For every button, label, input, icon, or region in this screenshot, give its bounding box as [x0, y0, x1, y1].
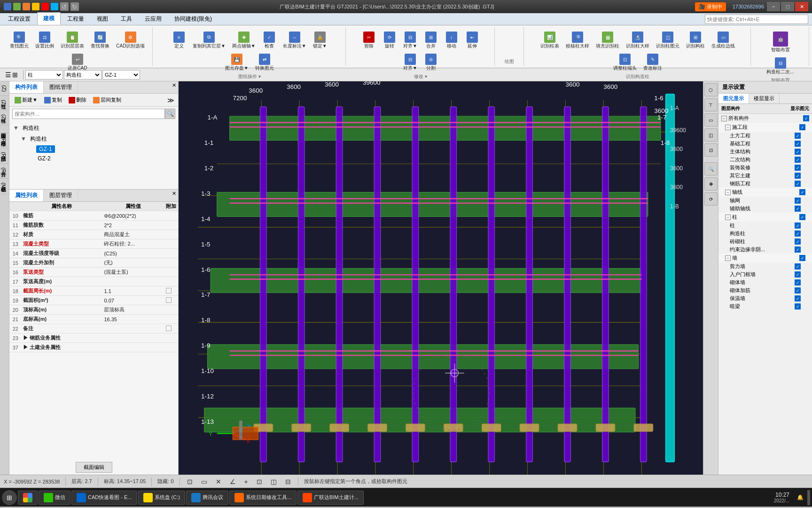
vtab-z[interactable]: (Z) — [0, 81, 9, 96]
attr-row[interactable]: 15 混凝土外加剂 (无) — [9, 258, 178, 268]
btn-floor-copy[interactable]: 层间复制 — [91, 95, 124, 105]
btn-new-component[interactable]: 新建▼ — [12, 95, 40, 105]
btn-copy-to-floor[interactable]: ⧉复制到其它层▼ — [190, 30, 228, 50]
attr-row[interactable]: 11 箍筋肢数 2*2 — [9, 221, 178, 230]
btn-align2[interactable]: ⊟对齐▼ — [401, 52, 420, 72]
vtab-edge[interactable]: 边缘非阴 — [0, 125, 9, 133]
vtab-foundation[interactable]: 板基础(M) — [0, 179, 9, 195]
btn-identify-layer[interactable]: 📋识别层层表 — [58, 30, 86, 50]
item-checkbox[interactable]: ✓ — [795, 141, 801, 147]
btn-identify-col-element[interactable]: ◫识别柱图元 — [654, 30, 682, 50]
tab-modeling[interactable]: 建模 — [37, 12, 61, 25]
btn-find-replace[interactable]: 🔄查找替换 — [88, 30, 112, 50]
item-checkbox[interactable]: ✓ — [795, 149, 801, 155]
btn-identify-col-table[interactable]: 📊识别柱表 — [538, 30, 562, 50]
btn-merge[interactable]: ⊞合并 — [422, 30, 440, 50]
right-child-item[interactable]: 土方工程 ✓ — [718, 132, 812, 140]
component-search-input[interactable] — [12, 109, 165, 119]
attr-checkbox[interactable] — [166, 297, 172, 303]
btn-identify-struct-col[interactable]: ⊞识别构柱 — [684, 30, 707, 50]
taskbar-app-gld[interactable]: 广联达BIM土建计... — [297, 491, 364, 505]
all-chk[interactable]: − — [721, 116, 727, 121]
draw-mode-icon-8[interactable]: ⊟ — [284, 478, 292, 485]
right-child-item[interactable]: 装饰装修 ✓ — [718, 164, 812, 172]
btn-gen-col-edge[interactable]: ▭生成柱边线 — [709, 30, 737, 50]
draw-mode-icon-7[interactable]: ◫ — [269, 478, 278, 485]
attr-value[interactable]: Φ6@200(2*2) — [102, 211, 164, 221]
btn-check-col-detail[interactable]: 🔎校核柱大样 — [563, 30, 592, 50]
btn-check-mark[interactable]: ✎查改标注 — [641, 52, 664, 72]
all-chk2[interactable]: ✓ — [803, 115, 809, 121]
attr-row[interactable]: 12 材质 商品混凝土 — [9, 230, 178, 239]
attr-row[interactable]: 37 ▶ 土建业务属性 — [9, 343, 178, 352]
item-checkbox[interactable]: ✓ — [795, 181, 801, 187]
btn-extend[interactable]: ⇤延伸 — [463, 30, 482, 50]
tab-element-display[interactable]: 图元显示 — [718, 94, 749, 103]
attr-value[interactable]: 层顶标高 — [102, 305, 164, 315]
viewport-3d[interactable]: 7200 3600 3600 3600 39600 3600 3600 1-A … — [179, 81, 718, 475]
right-child-item[interactable]: 保温墙 ✓ — [718, 294, 812, 302]
attr-value[interactable] — [102, 324, 164, 333]
attr-row[interactable]: 13 混凝土类型 碎石粒径: 2... — [9, 239, 178, 249]
attr-value[interactable] — [102, 333, 164, 343]
right-child-item[interactable]: 暗梁 ✓ — [718, 302, 812, 310]
axis-chk[interactable]: − — [725, 190, 731, 195]
element-id-select[interactable]: GZ-1 — [102, 70, 140, 79]
btn-copy-component[interactable]: 复制 — [42, 95, 64, 105]
draw-mode-icon-3[interactable]: ✕ — [214, 478, 223, 485]
maximize-button[interactable]: □ — [781, 2, 794, 11]
taskbar-app-cad[interactable]: CAD快速看图 - E... — [71, 491, 137, 505]
right-child-item[interactable]: 构造柱 ✓ — [718, 230, 812, 238]
attr-value[interactable]: 1.1 — [102, 286, 164, 296]
view-zoom-btn[interactable]: 🔍 — [704, 162, 718, 175]
draw-mode-icon-2[interactable]: ▭ — [200, 478, 209, 485]
btn-check[interactable]: ✓检查 — [260, 30, 279, 50]
tree-leaf-gz1[interactable]: GZ-1 — [28, 144, 174, 154]
item-checkbox[interactable]: ✓ — [795, 157, 801, 163]
attr-value[interactable] — [102, 343, 164, 352]
tree-root[interactable]: ▼ 构造柱 — [13, 123, 174, 134]
btn-save-element[interactable]: 💾图元存盘▼ — [223, 52, 251, 72]
btn-split[interactable]: ⊘分割 — [422, 52, 440, 72]
item-checkbox[interactable]: ✓ — [795, 279, 801, 286]
item-checkbox[interactable]: ✓ — [795, 173, 801, 179]
tab-drawing-manage[interactable]: 图纸管理 — [44, 81, 78, 93]
taskbar-app-tencent[interactable]: 腾讯会议 — [186, 491, 228, 505]
right-child-item[interactable]: 入户门框墙 ✓ — [718, 270, 812, 278]
right-child-item[interactable]: 轴网 ✓ — [718, 197, 812, 205]
right-child-item[interactable]: 二次结构 ✓ — [718, 156, 812, 164]
vtab-merge-r[interactable]: 合并(R) — [0, 164, 9, 179]
attr-value[interactable]: (混凝土泵) — [102, 268, 164, 277]
view-pan-btn[interactable]: ✥ — [704, 177, 718, 190]
btn-convert-element[interactable]: ⇄转换图元 — [253, 52, 276, 72]
attr-row[interactable]: 16 泵送类型 (混凝土泵) — [9, 268, 178, 277]
taskbar-systray[interactable]: 🔔 — [794, 494, 806, 500]
right-child-item[interactable]: 砌体加筋 ✓ — [718, 286, 812, 294]
item-checkbox[interactable]: ✓ — [795, 295, 801, 302]
btn-adjust-col-end[interactable]: ⊡调整柱端头 — [611, 52, 639, 72]
section-edit-button[interactable]: 截面编辑 — [76, 462, 112, 473]
element-subtype-select[interactable]: 构造柱 — [64, 70, 102, 79]
attr-row[interactable]: 21 底标高(m) 16.35 — [9, 315, 178, 324]
close-button[interactable]: ✕ — [795, 2, 808, 11]
attr-row[interactable]: 10 箍筋 Φ6@200(2*2) — [9, 211, 178, 221]
right-child-item[interactable]: 砖砌柱 ✓ — [718, 238, 812, 246]
btn-align[interactable]: ⊟对齐▼ — [401, 30, 420, 50]
search-icon[interactable]: 🔍 — [165, 109, 175, 119]
item-checkbox[interactable]: ✓ — [795, 238, 801, 245]
attr-row[interactable]: 20 顶标高(m) 层顶标高 — [9, 305, 178, 315]
item-checkbox[interactable]: ✓ — [795, 287, 801, 294]
btn-fill-identify-col[interactable]: ▦填充识别柱 — [593, 30, 622, 50]
item-checkbox[interactable]: ✓ — [795, 230, 801, 237]
view-3d-btn[interactable]: ⬡ — [704, 83, 718, 96]
btn-set-scale[interactable]: ⚖设置比例 — [33, 30, 56, 50]
wall-row[interactable]: − 墙 ✓ — [718, 254, 812, 262]
attr-row[interactable]: 23 ▶ 钢筋业务属性 — [9, 333, 178, 343]
taskbar-app-chrome[interactable] — [18, 491, 38, 505]
right-child-item[interactable]: 主体结构 ✓ — [718, 148, 812, 156]
column-row[interactable]: − 柱 ✓ — [718, 213, 812, 222]
column-chk2[interactable]: ✓ — [799, 214, 805, 220]
column-chk[interactable]: − — [725, 214, 731, 220]
attr-value[interactable] — [102, 277, 164, 286]
redo-icon[interactable]: ↻ — [70, 2, 79, 11]
